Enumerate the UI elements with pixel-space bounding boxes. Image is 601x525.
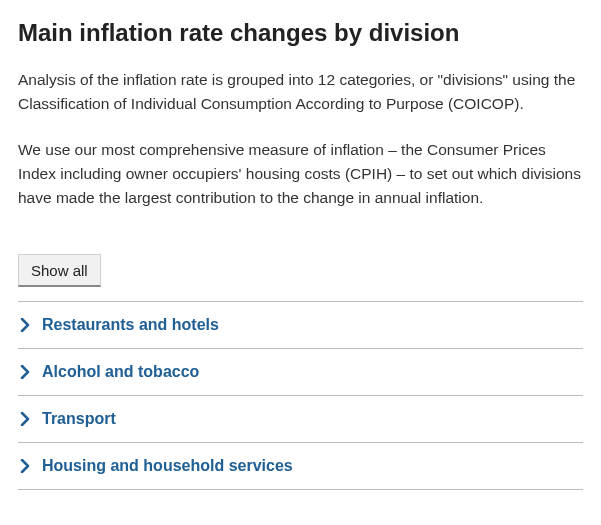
show-all-button[interactable]: Show all bbox=[18, 254, 101, 287]
accordion-item-label: Housing and household services bbox=[42, 457, 293, 475]
accordion-item-label: Alcohol and tobacco bbox=[42, 363, 199, 381]
accordion-item-transport[interactable]: Transport bbox=[18, 395, 583, 442]
intro-paragraph-2: We use our most comprehensive measure of… bbox=[18, 138, 583, 210]
accordion-item-alcohol-tobacco[interactable]: Alcohol and tobacco bbox=[18, 348, 583, 395]
section-heading: Main inflation rate changes by division bbox=[18, 18, 583, 48]
accordion-item-restaurants-hotels[interactable]: Restaurants and hotels bbox=[18, 301, 583, 348]
accordion-item-label: Transport bbox=[42, 410, 116, 428]
chevron-right-icon bbox=[20, 365, 30, 379]
accordion: Restaurants and hotels Alcohol and tobac… bbox=[18, 301, 583, 490]
chevron-right-icon bbox=[20, 318, 30, 332]
chevron-right-icon bbox=[20, 459, 30, 473]
intro-paragraph-1: Analysis of the inflation rate is groupe… bbox=[18, 68, 583, 116]
accordion-item-label: Restaurants and hotels bbox=[42, 316, 219, 334]
accordion-item-housing-household[interactable]: Housing and household services bbox=[18, 442, 583, 490]
chevron-right-icon bbox=[20, 412, 30, 426]
